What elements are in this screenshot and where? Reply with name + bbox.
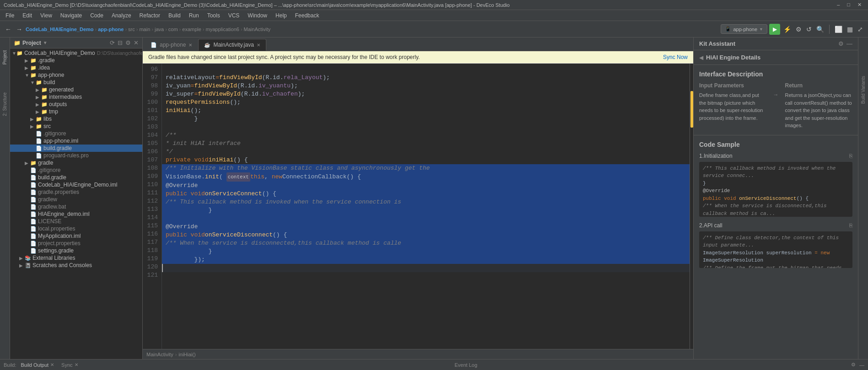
project-tab-icon[interactable]: Project xyxy=(0,39,10,76)
menu-help[interactable]: Help xyxy=(272,11,291,20)
breadcrumb-src[interactable]: src xyxy=(128,27,135,32)
build-output-tab[interactable]: Build Output ✕ xyxy=(18,361,57,369)
tree-item-idea[interactable]: ▶ 📁 .idea xyxy=(10,64,142,71)
menu-run[interactable]: Run xyxy=(185,11,203,20)
bottom-settings-icon[interactable]: ⚙ xyxy=(851,362,856,368)
breadcrumb-com[interactable]: com xyxy=(168,27,178,32)
bottom-minimize-icon[interactable]: — xyxy=(859,362,864,368)
tree-item-hiaengine-iml[interactable]: 📄 HIAEngine_demo.iml xyxy=(10,210,142,218)
tree-item-license[interactable]: 📄 LICENSE xyxy=(10,218,142,225)
kit-settings-icon[interactable]: ⚙ xyxy=(838,40,844,47)
tree-item-intermediates[interactable]: ▶ 📁 intermediates xyxy=(10,93,142,101)
panel-button[interactable]: ▦ xyxy=(846,24,854,34)
tree-item-src[interactable]: ▶ 📁 src xyxy=(10,123,142,130)
tree-root[interactable]: ▼ 📁 CodeLab_HIAIEngine_Demo D:\DS\tuxian… xyxy=(10,49,142,57)
sync-tab[interactable]: Sync ✕ xyxy=(59,361,81,369)
mainactivity-tab-close[interactable]: ✕ xyxy=(257,43,260,48)
tree-item-gradle-properties[interactable]: 📄 gradle.properties xyxy=(10,188,142,196)
tree-item-local-properties[interactable]: 📄 local.properties xyxy=(10,225,142,232)
code-editor[interactable]: 96 97 98 99 100 101 102 103 104 105 106 … xyxy=(143,64,693,349)
code-content[interactable]: relativeLayout = findViewById(R.id.rela_… xyxy=(162,64,693,349)
copy-icon-1[interactable]: ⎘ xyxy=(849,153,852,159)
build-variants-tab-icon[interactable]: Build Variants xyxy=(859,67,868,113)
expand-button[interactable]: ⤢ xyxy=(856,24,864,34)
tree-item-codelab-iml[interactable]: 📄 CodeLab_HIAIEngine_Demo.iml xyxy=(10,181,142,188)
tree-item-appphone[interactable]: ▼ 📁 app-phone xyxy=(10,71,142,79)
close-icon[interactable]: ✕ xyxy=(134,39,139,46)
tree-item-settings-gradle[interactable]: 📄 settings.gradle xyxy=(10,247,142,254)
kit-minimize-icon[interactable]: — xyxy=(846,40,852,47)
window-controls[interactable]: – □ ✕ xyxy=(834,2,864,8)
menu-refactor[interactable]: Refactor xyxy=(136,11,164,20)
tree-item-gradlew[interactable]: 📄 gradlew xyxy=(10,196,142,203)
tree-item-outputs[interactable]: ▶ 📁 outputs xyxy=(10,101,142,108)
gear-icon[interactable]: ⚙ xyxy=(125,39,131,46)
menu-feedback[interactable]: Feedback xyxy=(291,11,323,20)
menu-navigate[interactable]: Navigate xyxy=(57,11,86,20)
event-log-label[interactable]: Event Log xyxy=(455,362,478,368)
tree-item-gitignore-app[interactable]: 📄 .gitignore xyxy=(10,130,142,137)
copy-icon-2[interactable]: ⎘ xyxy=(849,222,852,229)
tab-mainactivity[interactable]: ☕ MainActivity.java ✕ xyxy=(198,39,266,51)
build-output-close[interactable]: ✕ xyxy=(50,362,54,367)
breadcrumb-mainactivity[interactable]: MainActivity xyxy=(244,27,271,32)
tree-item-build[interactable]: ▼ 📁 build xyxy=(10,79,142,86)
run-config-dropdown[interactable]: 📱 app-phone ▼ xyxy=(721,24,767,34)
tree-item-appphone-iml[interactable]: 📄 app-phone.iml xyxy=(10,137,142,145)
tree-item-buildgradle-selected[interactable]: 📄 build.gradle xyxy=(10,145,142,152)
breadcrumb-class[interactable]: MainActivity xyxy=(146,352,173,357)
code-line-100: requestPermissions(); xyxy=(162,98,693,107)
tree-item-project-properties[interactable]: 📄 project.properties xyxy=(10,240,142,247)
maximize-button[interactable]: □ xyxy=(844,2,853,8)
menu-file[interactable]: File xyxy=(2,11,18,20)
tab-appphone[interactable]: 📄 app-phone ✕ xyxy=(145,39,198,51)
toolbar-back-btn[interactable]: ← xyxy=(4,24,13,34)
settings-button[interactable]: ⚙ xyxy=(794,24,803,34)
toolbar-forward-btn[interactable]: → xyxy=(15,24,24,34)
breadcrumb-phone[interactable]: app-phone xyxy=(98,27,124,32)
tree-item-generated[interactable]: ▶ 📁 generated xyxy=(10,86,142,93)
scroll-thumb[interactable] xyxy=(690,91,693,128)
menu-code[interactable]: Code xyxy=(86,11,107,20)
close-button[interactable]: ✕ xyxy=(855,2,864,8)
menu-tools[interactable]: Tools xyxy=(204,11,224,20)
breadcrumb-method[interactable]: iniHiai() xyxy=(178,352,195,357)
menu-vcs[interactable]: VCS xyxy=(225,11,243,20)
tree-item-libs[interactable]: ▶ 📁 libs xyxy=(10,115,142,123)
menu-window[interactable]: Window xyxy=(244,11,271,20)
structure-tab-icon[interactable]: 2: Structure xyxy=(0,86,10,123)
tree-item-proguard[interactable]: 📄 proguard-rules.pro xyxy=(10,152,142,159)
tree-item-myapp-iml[interactable]: 📄 MyApplication.iml xyxy=(10,232,142,240)
sync-now-link[interactable]: Sync Now xyxy=(663,54,688,60)
hiai-details-nav[interactable]: ◀ HiAI Engine Details xyxy=(694,50,858,65)
menu-edit[interactable]: Edit xyxy=(19,11,36,20)
breadcrumb-example[interactable]: example xyxy=(182,27,201,32)
sync-icon[interactable]: ⟳ xyxy=(110,39,115,46)
refresh-button[interactable]: ↺ xyxy=(805,24,813,34)
menu-build[interactable]: Build xyxy=(165,11,184,20)
menu-analyze[interactable]: Analyze xyxy=(108,11,135,20)
tree-item-tmp[interactable]: ▶ 📁 tmp xyxy=(10,108,142,115)
tree-item-gradlew-bat[interactable]: 📄 gradlew.bat xyxy=(10,203,142,210)
minimize-button[interactable]: – xyxy=(834,2,842,8)
tree-item-buildgradle-root[interactable]: 📄 build.gradle xyxy=(10,174,142,181)
code-line-103 xyxy=(162,123,693,131)
sync-close[interactable]: ✕ xyxy=(75,362,78,367)
menu-view[interactable]: View xyxy=(37,11,56,20)
breadcrumb-myapp[interactable]: myapplication6 xyxy=(206,27,239,32)
tree-item-scratches[interactable]: ▶ 📓 Scratches and Consoles xyxy=(10,262,142,269)
tree-item-gitignore-root[interactable]: 📄 .gitignore xyxy=(10,166,142,174)
run-button[interactable]: ▶ xyxy=(769,24,780,35)
flash-button[interactable]: ⚡ xyxy=(782,24,793,34)
tree-item-external-libs[interactable]: ▶ 📚 External Libraries xyxy=(10,254,142,262)
tree-item-gradle-folder[interactable]: ▶ 📁 gradle xyxy=(10,159,142,166)
layout-button[interactable]: ⬜ xyxy=(833,24,844,34)
dropdown-icon[interactable]: ▼ xyxy=(43,40,48,45)
breadcrumb-main[interactable]: main xyxy=(139,27,150,32)
breadcrumb-project[interactable]: CodeLab_HIAIEngine_Demo xyxy=(26,27,94,32)
search-button[interactable]: 🔍 xyxy=(815,24,825,34)
appphone-tab-close[interactable]: ✕ xyxy=(189,43,192,48)
collapse-icon[interactable]: ⊟ xyxy=(118,39,123,46)
breadcrumb-java[interactable]: java xyxy=(155,27,164,32)
tree-item-gradle-hidden[interactable]: ▶ 📁 .gradle xyxy=(10,57,142,64)
